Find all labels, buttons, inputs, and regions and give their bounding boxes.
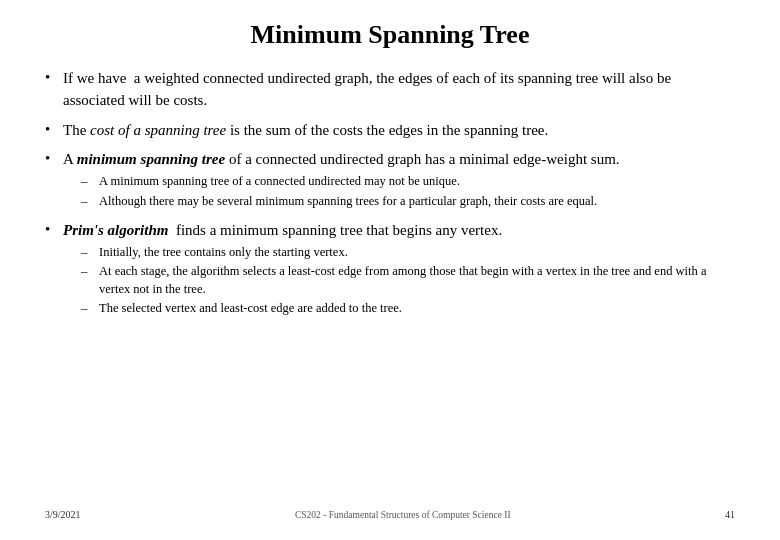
footer: 3/9/2021 CS202 - Fundamental Structures … [45, 509, 735, 520]
bullet-symbol-3: • [45, 149, 63, 167]
footer-left: 3/9/2021 [45, 509, 81, 520]
sub-bullet-4-1: – Initially, the tree contains only the … [81, 244, 735, 262]
bullet-text-4: Prim's algorithm finds a minimum spannin… [63, 222, 502, 238]
bullet-item-1: • If we have a weighted connected undire… [45, 68, 735, 112]
sub-text-3-2: Although there may be several minimum sp… [99, 193, 735, 211]
bullet-text-2: The cost of a spanning tree is the sum o… [63, 120, 735, 142]
footer-center: CS202 - Fundamental Structures of Comput… [81, 510, 725, 520]
bullet-item-3: • A minimum spanning tree of a connected… [45, 149, 735, 212]
sub-bullets-3: – A minimum spanning tree of a connected… [81, 173, 735, 210]
bullet-item-2: • The cost of a spanning tree is the sum… [45, 120, 735, 142]
sub-dash-3-2: – [81, 193, 99, 209]
sub-bullet-3-1: – A minimum spanning tree of a connected… [81, 173, 735, 191]
sub-dash-4-3: – [81, 300, 99, 316]
sub-text-3-1: A minimum spanning tree of a connected u… [99, 173, 735, 191]
bullet-text-1: If we have a weighted connected undirect… [63, 68, 735, 112]
sub-bullet-3-2: – Although there may be several minimum … [81, 193, 735, 211]
sub-bullet-4-2: – At each stage, the algorithm selects a… [81, 263, 735, 298]
sub-bullets-4: – Initially, the tree contains only the … [81, 244, 735, 318]
sub-dash-4-2: – [81, 263, 99, 279]
footer-right: 41 [725, 509, 735, 520]
sub-dash-4-1: – [81, 244, 99, 260]
sub-dash-3-1: – [81, 173, 99, 189]
sub-text-4-3: The selected vertex and least-cost edge … [99, 300, 735, 318]
bullet-symbol-4: • [45, 220, 63, 238]
bullet-item-4: • Prim's algorithm finds a minimum spann… [45, 220, 735, 320]
sub-text-4-1: Initially, the tree contains only the st… [99, 244, 735, 262]
bullet-text-3: A minimum spanning tree of a connected u… [63, 151, 620, 167]
content-area: • If we have a weighted connected undire… [45, 68, 735, 505]
bullet-symbol-2: • [45, 120, 63, 138]
slide-title: Minimum Spanning Tree [45, 20, 735, 50]
slide: Minimum Spanning Tree • If we have a wei… [0, 0, 780, 540]
sub-bullet-4-3: – The selected vertex and least-cost edg… [81, 300, 735, 318]
bullet-symbol-1: • [45, 68, 63, 86]
sub-text-4-2: At each stage, the algorithm selects a l… [99, 263, 735, 298]
